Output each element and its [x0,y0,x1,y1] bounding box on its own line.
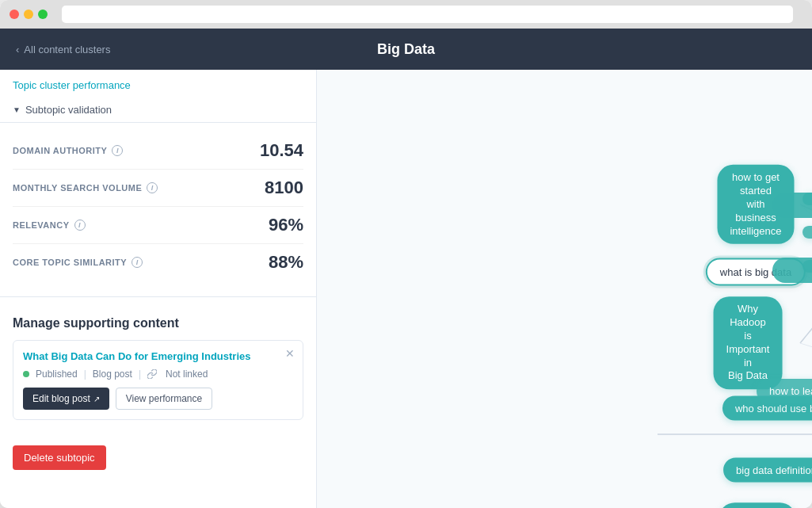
left-panel: Topic cluster performance ▼ Subtopic val… [0,70,317,508]
post-type-label: Blog post [93,369,132,380]
manage-supporting-content-section: Manage supporting content ✕ What Big Dat… [0,304,316,442]
partial-right-node-1 [772,193,812,218]
monthly-search-volume-label: MONTHLY SEARCH VOLUME i [13,182,158,193]
app-header: ‹ All content clusters Big Data [0,29,812,70]
svg-line-20 [800,272,812,379]
monthly-search-volume-value: 8100 [265,178,303,198]
monthly-search-volume-row: MONTHLY SEARCH VOLUME i 8100 [13,170,303,207]
meta-divider-1: | [84,369,86,380]
link-status-label: Not linked [166,369,208,380]
published-status-dot [23,371,29,377]
external-link-icon: ↗ [93,395,100,403]
partial-right-node-2 [772,258,812,283]
card-actions: Edit blog post ↗ View performance [23,388,293,410]
back-link[interactable]: ‹ All content clusters [16,44,110,55]
content-card: ✕ What Big Data Can Do for Emerging Indu… [13,340,303,420]
topic-pill-5: when to use a businessintelligence [719,502,795,508]
content-card-close-btn[interactable]: ✕ [285,347,295,360]
cluster-visualization: Big Data how to get started withbusiness… [317,70,812,508]
minimize-window-btn[interactable] [24,10,33,19]
right-panel: Big Data how to get started withbusiness… [317,70,812,508]
core-topic-similarity-row: CORE TOPIC SIMILARITY i 88% [13,244,303,281]
relevancy-label: RELEVANCY i [13,220,86,231]
subtopic-validation-header[interactable]: ▼ Subtopic validation [0,97,316,123]
content-card-meta: Published | Blog post | Not linked [23,369,293,380]
meta-divider-2: | [139,369,141,380]
topic-cluster-performance-tab[interactable]: Topic cluster performance [0,70,316,97]
core-topic-similarity-label: CORE TOPIC SIMILARITY i [13,257,143,268]
domain-authority-row: DOMAIN AUTHORITY i 10.54 [13,132,303,170]
divider [0,296,316,297]
domain-authority-label: DOMAIN AUTHORITY i [13,145,123,156]
chevron-left-icon: ‹ [16,44,19,55]
topic-node-2[interactable]: Why Hadoop is Important inBig Data [714,296,783,389]
main-content: Topic cluster performance ▼ Subtopic val… [0,70,812,508]
domain-authority-value: 10.54 [260,140,303,161]
edit-blog-post-button[interactable]: Edit blog post ↗ [23,388,109,410]
content-card-title[interactable]: What Big Data Can Do for Emerging Indust… [23,350,293,362]
topic-node-4[interactable]: big data definition [723,458,812,483]
section-label: Subtopic validation [25,104,112,116]
cluster-lines-svg [317,70,812,508]
back-link-label: All content clusters [24,44,110,55]
topic-node-5[interactable]: when to use a businessintelligence [719,502,795,508]
core-topic-similarity-value: 88% [269,252,303,273]
topic-pill-4: big data definition [723,458,812,483]
relevancy-info-icon[interactable]: i [74,220,86,231]
partial-pill-right-bottom: how to learn mo business intelli [757,379,812,403]
relevancy-value: 96% [269,215,303,235]
close-window-btn[interactable] [10,10,19,19]
domain-authority-info-icon[interactable]: i [112,145,123,156]
title-bar [0,0,812,29]
published-status-label: Published [36,369,78,380]
view-performance-button[interactable]: View performance [116,388,213,410]
main-window: ‹ All content clusters Big Data Topic cl… [0,0,812,508]
chevron-down-icon: ▼ [13,105,21,114]
manage-section-title: Manage supporting content [13,316,303,330]
monthly-search-volume-info-icon[interactable]: i [147,182,158,193]
link-icon [147,369,159,379]
page-title: Big Data [377,41,435,58]
core-topic-similarity-info-icon[interactable]: i [132,257,143,268]
address-bar[interactable] [62,6,793,23]
topic-pill-2: Why Hadoop is Important inBig Data [714,296,783,389]
metrics-table: DOMAIN AUTHORITY i 10.54 MONTHLY SEARCH … [0,123,316,290]
maximize-window-btn[interactable] [38,10,48,19]
delete-subtopic-button[interactable]: Delete subtopic [13,445,106,470]
relevancy-row: RELEVANCY i 96% [13,207,303,244]
partial-pill-mid [802,226,812,239]
svg-line-7 [800,290,812,343]
